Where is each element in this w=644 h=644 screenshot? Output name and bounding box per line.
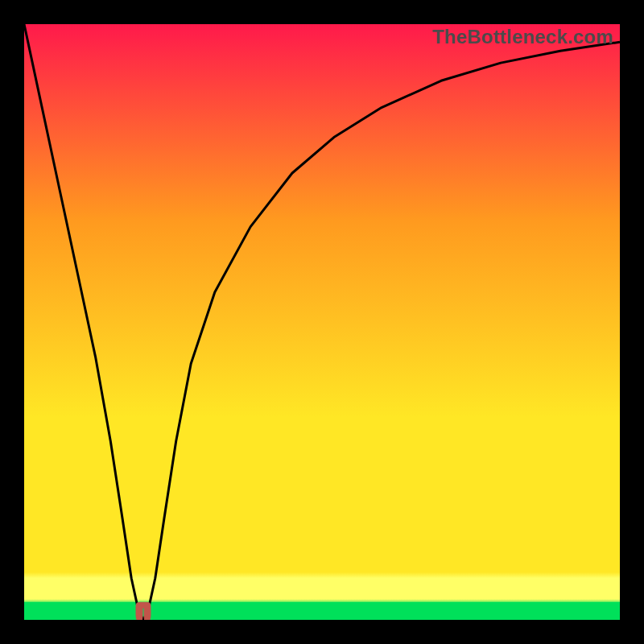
gradient-background <box>24 24 620 620</box>
bottleneck-chart <box>24 24 620 620</box>
green-band <box>24 602 620 620</box>
watermark-label: TheBottleneck.com <box>432 26 613 48</box>
chart-frame: TheBottleneck.com <box>24 24 620 620</box>
